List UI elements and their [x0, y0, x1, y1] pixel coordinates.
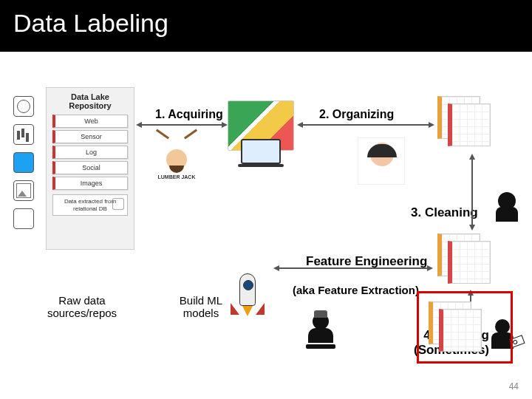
- feature-extraction-label: (aka Feature Extraction): [293, 284, 419, 296]
- raw-line2: sources/repos: [34, 307, 130, 319]
- step-acquiring: 1. Acquiring: [155, 108, 223, 121]
- raw-line1: Raw data: [34, 294, 130, 307]
- repo-title: Data Lake Repository: [51, 92, 129, 110]
- database-icon: [13, 208, 34, 229]
- laptop-icon: [241, 139, 281, 164]
- source-icons-column: [13, 96, 37, 236]
- feature-engineering-label: Feature Engineering: [306, 254, 427, 269]
- arrow-feature-eng: [275, 267, 432, 269]
- raw-data-caption: Raw data sources/repos: [34, 294, 130, 319]
- page-number: 44: [509, 381, 519, 392]
- spreadsheet-icon-mid: [437, 233, 495, 285]
- slide-title: Data Labeling: [13, 9, 168, 37]
- repo-item: Social: [52, 161, 128, 174]
- lumberjack-label: LUMBER JACK: [154, 174, 200, 180]
- arrow-acquiring: [137, 124, 226, 126]
- arrow-organizing: [299, 124, 433, 126]
- repo-item: Web: [52, 115, 128, 128]
- twitter-icon: [13, 152, 34, 173]
- arrow-cleaning: [471, 155, 473, 229]
- spreadsheet-icon-top: [437, 96, 495, 148]
- person-photo: [358, 137, 405, 185]
- barcode-icon: [13, 124, 34, 145]
- build-ml-caption: Build ML models: [164, 294, 238, 319]
- build-line1: Build ML: [164, 294, 238, 307]
- globe-icon: [13, 96, 34, 117]
- repo-item: Images: [52, 177, 128, 190]
- annotator-person-icon: [301, 313, 340, 355]
- cleaning-person-icon: [494, 192, 520, 226]
- photo-icon: [13, 180, 34, 201]
- slide-title-bar: Data Labeling: [0, 0, 532, 52]
- step-organizing: 2. Organizing: [319, 108, 394, 121]
- build-line2: models: [164, 307, 238, 319]
- data-lake-repository: Data Lake Repository Web Sensor Log Soci…: [46, 87, 134, 250]
- repo-item: Log: [52, 146, 128, 159]
- step-cleaning: 3. Cleaning: [411, 205, 478, 220]
- repo-db-extract: Data extracted from relational DB: [52, 194, 128, 216]
- lumberjack-illustration: LUMBER JACK: [154, 137, 200, 180]
- tagging-person-icon: [485, 319, 520, 359]
- spreadsheet-icon-bottom: [429, 301, 486, 353]
- rocket-icon: [231, 273, 265, 325]
- repo-item: Sensor: [52, 130, 128, 143]
